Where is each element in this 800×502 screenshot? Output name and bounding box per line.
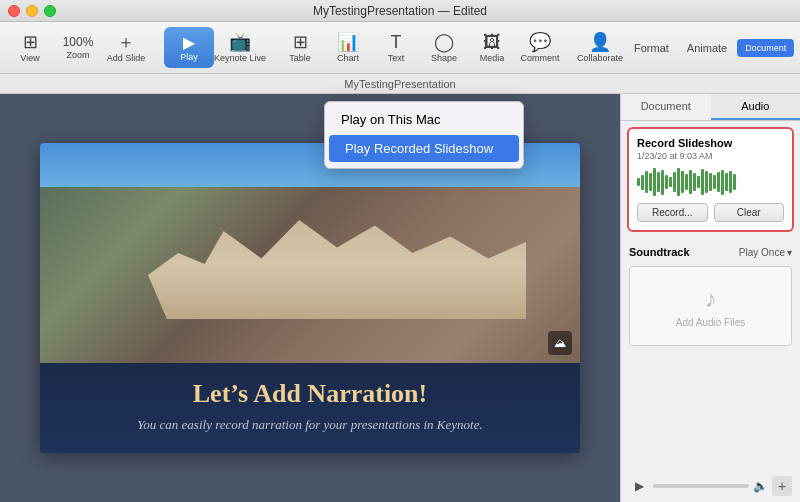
chart-button[interactable]: 📊 Chart xyxy=(326,29,370,67)
zoom-icon: 100% xyxy=(63,36,94,48)
wave-bar xyxy=(641,175,644,190)
audio-files-area: ♪ Add Audio Files xyxy=(629,266,792,346)
playback-controls: ▶ 🔈 + xyxy=(621,470,800,502)
tab-audio[interactable]: Audio xyxy=(711,94,801,120)
play-button[interactable]: ▶ Play xyxy=(164,27,214,68)
format-button[interactable]: Format xyxy=(626,38,677,58)
keynote-live-button[interactable]: 📺 Keynote Live xyxy=(218,29,262,67)
view-icon: ⊞ xyxy=(23,33,38,51)
shape-icon: ◯ xyxy=(434,33,454,51)
title-bar: MyTestingPresentation — Edited xyxy=(0,0,800,22)
play-on-mac-item[interactable]: Play on This Mac xyxy=(325,106,523,133)
breadcrumb: MyTestingPresentation xyxy=(0,74,800,94)
slide-subtitle: You can easily record narration for your… xyxy=(60,417,560,433)
add-slide-label: Add Slide xyxy=(107,53,146,63)
wave-bar xyxy=(689,170,692,194)
audio-buttons: Record... Clear xyxy=(637,203,784,222)
wave-bar xyxy=(665,175,668,189)
minimize-button[interactable] xyxy=(26,5,38,17)
keynote-live-icon: 📺 xyxy=(229,33,251,51)
keynote-live-label: Keynote Live xyxy=(214,53,266,63)
progress-bar[interactable] xyxy=(653,484,749,488)
wave-bar xyxy=(729,171,732,193)
traffic-lights xyxy=(8,5,56,17)
add-slide-button[interactable]: ＋ Add Slide xyxy=(104,29,148,67)
view-button[interactable]: ⊞ View xyxy=(8,29,52,67)
wave-bar xyxy=(685,174,688,190)
slide-image: ⛰ xyxy=(40,143,580,363)
wave-bar xyxy=(677,168,680,196)
audio-section-title: Record Slideshow xyxy=(637,137,784,149)
media-label: Media xyxy=(480,53,505,63)
animate-button[interactable]: Animate xyxy=(679,38,735,58)
clear-button[interactable]: Clear xyxy=(714,203,785,222)
format-label: Format xyxy=(634,42,669,54)
play-dropdown: Play on This Mac Play Recorded Slideshow xyxy=(324,101,524,169)
comment-label: Comment xyxy=(521,53,560,63)
zoom-label: Zoom xyxy=(66,50,89,60)
wave-bar xyxy=(721,170,724,195)
chart-label: Chart xyxy=(337,53,359,63)
play-control-button[interactable]: ▶ xyxy=(629,476,649,496)
toolbar: ⊞ View 100% Zoom ＋ Add Slide ▶ Play Play… xyxy=(0,22,800,74)
shape-button[interactable]: ◯ Shape xyxy=(422,29,466,67)
wave-bar xyxy=(645,171,648,193)
audio-date: 1/23/20 at 9:03 AM xyxy=(637,151,784,161)
wave-bar xyxy=(717,172,720,192)
text-label: Text xyxy=(388,53,405,63)
tab-document[interactable]: Document xyxy=(621,94,711,120)
wave-bar xyxy=(673,172,676,192)
soundtrack-section: Soundtrack Play Once ▾ ♪ Add Audio Files xyxy=(621,238,800,354)
audio-section: Record Slideshow 1/23/20 at 9:03 AM Reco… xyxy=(627,127,794,232)
animate-label: Animate xyxy=(687,42,727,54)
slide-area: ⛰ Let’s Add Narration! You can easily re… xyxy=(0,94,620,502)
wave-bar xyxy=(661,170,664,195)
shape-label: Shape xyxy=(431,53,457,63)
breadcrumb-path: MyTestingPresentation xyxy=(344,78,455,90)
wave-bar xyxy=(701,169,704,195)
wave-bar xyxy=(649,173,652,191)
wave-bar xyxy=(733,174,736,190)
wave-bar xyxy=(681,171,684,193)
add-audio-button[interactable]: + xyxy=(772,476,792,496)
collaborate-label: Collaborate xyxy=(577,53,623,63)
slide-title: Let’s Add Narration! xyxy=(60,379,560,409)
play-recorded-item[interactable]: Play Recorded Slideshow xyxy=(329,135,519,162)
panel-tabs: Document Audio xyxy=(621,94,800,121)
wave-bar xyxy=(653,168,656,196)
table-button[interactable]: ⊞ Table xyxy=(278,29,322,67)
slide-container: ⛰ Let’s Add Narration! You can easily re… xyxy=(40,143,580,453)
table-label: Table xyxy=(289,53,311,63)
slide-text-area: Let’s Add Narration! You can easily reco… xyxy=(40,363,580,453)
volume-icon: 🔈 xyxy=(753,479,768,493)
wave-bar xyxy=(709,173,712,191)
play-label: Play xyxy=(180,52,198,62)
text-icon: T xyxy=(391,33,402,51)
record-button[interactable]: Record... xyxy=(637,203,708,222)
wave-bar xyxy=(705,171,708,193)
wave-bar xyxy=(697,176,700,188)
add-audio-files-label: Add Audio Files xyxy=(676,317,746,328)
collaborate-icon: 👤 xyxy=(589,33,611,51)
document-button[interactable]: Document xyxy=(737,39,794,57)
audio-waveform xyxy=(637,167,784,197)
music-icon: ♪ xyxy=(705,285,717,313)
wave-bar xyxy=(669,177,672,187)
zoom-button[interactable]: 100% Zoom xyxy=(56,32,100,64)
document-label: Document xyxy=(745,43,786,53)
play-once-button[interactable]: Play Once ▾ xyxy=(739,247,792,258)
soundtrack-label: Soundtrack xyxy=(629,246,690,258)
text-button[interactable]: T Text xyxy=(374,29,418,67)
fullscreen-button[interactable] xyxy=(44,5,56,17)
image-overlay-icon: ⛰ xyxy=(548,331,572,355)
view-label: View xyxy=(20,53,39,63)
play-icon: ▶ xyxy=(183,33,195,52)
collaborate-button[interactable]: 👤 Collaborate xyxy=(578,29,622,67)
add-slide-icon: ＋ xyxy=(117,33,135,51)
media-button[interactable]: 🖼 Media xyxy=(470,29,514,67)
close-button[interactable] xyxy=(8,5,20,17)
window-title: MyTestingPresentation — Edited xyxy=(313,4,487,18)
comment-icon: 💬 xyxy=(529,33,551,51)
table-icon: ⊞ xyxy=(293,33,308,51)
comment-button[interactable]: 💬 Comment xyxy=(518,29,562,67)
